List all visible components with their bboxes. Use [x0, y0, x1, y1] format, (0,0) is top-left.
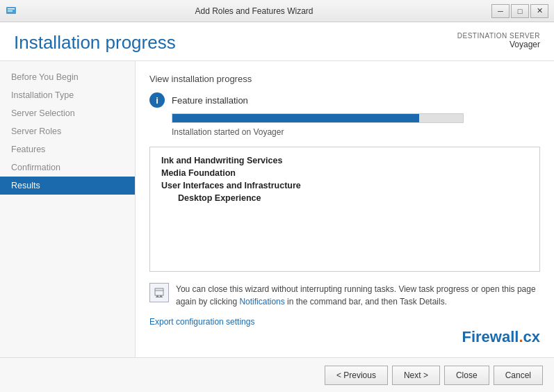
main-window: Installation progress DESTINATION SERVER… [0, 22, 554, 392]
footer: < Previous Next > Close Cancel [0, 357, 554, 392]
svg-rect-7 [156, 297, 163, 297]
destination-label: DESTINATION SERVER [457, 32, 540, 40]
close-button[interactable]: Close [444, 366, 489, 385]
sidebar-item-before-you-begin[interactable]: Before You Begin [0, 68, 135, 86]
wizard-icon [6, 6, 17, 17]
content-area: Before You Begin Installation Type Serve… [0, 61, 554, 357]
previous-button[interactable]: < Previous [325, 366, 388, 385]
features-box: Ink and Handwriting Services Media Found… [149, 147, 540, 272]
notif-text-2: in the command bar, and then Task Detail… [285, 297, 447, 307]
sidebar-item-confirmation[interactable]: Confirmation [0, 158, 135, 177]
maximize-button[interactable]: □ [511, 4, 529, 18]
sidebar-item-features[interactable]: Features [0, 140, 135, 158]
page-title: Installation progress [14, 32, 176, 54]
main-content: View installation progress i Feature ins… [136, 61, 554, 357]
destination-value: Voyager [457, 40, 540, 49]
progress-bar-container [172, 113, 540, 123]
firewall-watermark: Firewall.cx [462, 328, 540, 346]
feature-entry-ui: User Interfaces and Infrastructure [161, 181, 528, 190]
notifications-link[interactable]: Notifications [239, 297, 284, 307]
title-bar-left [6, 6, 17, 17]
title-bar-controls: ─ □ ✕ [491, 4, 548, 18]
next-button[interactable]: Next > [392, 366, 440, 385]
close-window-button[interactable]: ✕ [530, 4, 548, 18]
feature-installation-label: Feature installation [172, 95, 248, 106]
sidebar-item-results[interactable]: Results [0, 177, 135, 195]
feature-entry-media: Media Foundation [161, 168, 528, 178]
sidebar-item-server-roles[interactable]: Server Roles [0, 122, 135, 140]
feature-entry-ink: Ink and Handwriting Services [161, 156, 528, 165]
progress-bar-fill [172, 114, 419, 122]
export-configuration-link[interactable]: Export configuration settings [149, 317, 254, 327]
notification-row: You can close this wizard without interr… [149, 283, 540, 308]
sidebar-item-installation-type[interactable]: Installation Type [0, 86, 135, 104]
firewall-label: Firewall [462, 328, 519, 345]
info-icon: i [149, 92, 165, 108]
header-area: Installation progress DESTINATION SERVER… [0, 22, 554, 61]
svg-rect-5 [156, 295, 158, 297]
feature-installation-row: i Feature installation [149, 92, 540, 108]
title-bar: Add Roles and Features Wizard ─ □ ✕ [0, 0, 554, 22]
firewall-cx: cx [523, 328, 540, 345]
installation-started: Installation started on Voyager [172, 127, 540, 137]
minimize-button[interactable]: ─ [491, 4, 510, 18]
cancel-button[interactable]: Cancel [494, 366, 543, 385]
svg-rect-3 [155, 288, 163, 295]
progress-bar-bg [172, 113, 464, 123]
svg-rect-1 [8, 8, 15, 10]
notification-icon [149, 283, 169, 302]
svg-rect-2 [8, 10, 13, 12]
section-title: View installation progress [149, 74, 540, 84]
svg-rect-6 [160, 295, 162, 297]
destination-server: DESTINATION SERVER Voyager [457, 32, 540, 49]
sidebar: Before You Begin Installation Type Serve… [0, 61, 136, 357]
notification-text: You can close this wizard without interr… [176, 283, 540, 308]
feature-entry-desktop: Desktop Experience [161, 193, 528, 203]
sidebar-item-server-selection[interactable]: Server Selection [0, 104, 135, 122]
title-bar-text: Add Roles and Features Wizard [17, 6, 491, 16]
